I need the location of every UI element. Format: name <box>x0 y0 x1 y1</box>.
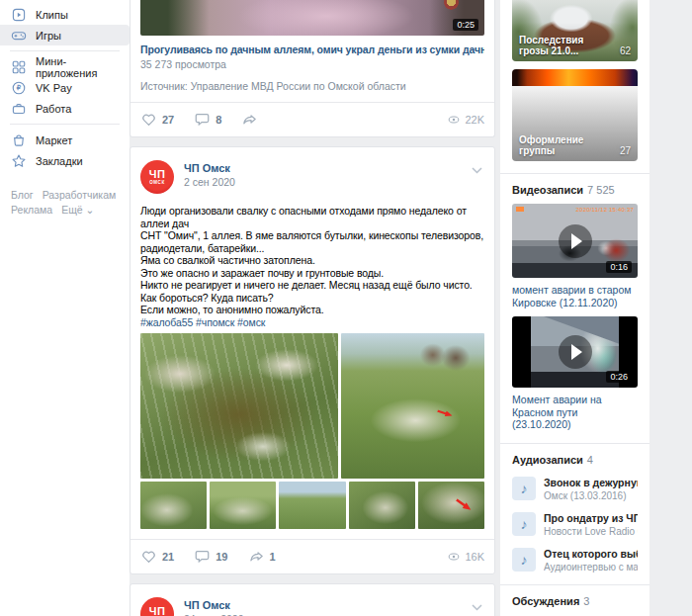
sidebar-item-clips[interactable]: Клипы <box>0 4 130 25</box>
ads-link[interactable]: Реклама <box>11 204 52 216</box>
post-bottom-cut: ЧП ОМСК ЧП Омск 24 июл 2020 Около 140 да… <box>130 583 495 616</box>
sidebar-item-bookmarks[interactable]: Закладки <box>0 150 130 171</box>
vkpay-icon: ₽ <box>11 80 27 96</box>
more-link[interactable]: Ещё ⌄ <box>61 204 94 216</box>
post-date-link[interactable]: 2 сен 2020 <box>184 176 484 188</box>
audio-subtitle: Новости Love Radio Ом... <box>544 526 638 537</box>
share-button[interactable]: 1 <box>248 548 276 565</box>
clips-icon <box>11 7 27 23</box>
sidebar-item-market[interactable]: Маркет <box>0 130 130 150</box>
divider <box>10 50 120 51</box>
star-icon <box>11 153 27 169</box>
video-thumbnail-krasny-put[interactable]: 0:26 <box>512 316 638 388</box>
audio-title: Отец которого выброс... <box>544 548 638 560</box>
developers-link[interactable]: Разработчикам <box>43 189 117 201</box>
video-views-count: 35 273 просмотра <box>140 58 484 70</box>
audio-item[interactable]: ♪ Про ондатру из ЧП Ом... Новости Love R… <box>512 512 638 537</box>
post-theft-video: 0:25 Прогуливаясь по дачным аллеям, омич… <box>130 0 495 137</box>
audio-title: Про ондатру из ЧП Ом... <box>544 512 638 524</box>
post-photo-thumb[interactable] <box>210 482 276 529</box>
share-arrow-icon <box>241 111 258 128</box>
blog-link[interactable]: Блог <box>11 189 34 201</box>
like-button[interactable]: 27 <box>140 111 174 128</box>
discussions-section: Обсуждения3 История о спасении обстрелен… <box>500 584 649 616</box>
post-header: ЧП ОМСК ЧП Омск 24 июл 2020 <box>130 584 494 616</box>
hashtag-link[interactable]: #жалоба55 <box>140 316 193 328</box>
eye-icon <box>447 113 461 127</box>
post-photo-field[interactable] <box>341 333 484 479</box>
shopping-bag-icon <box>11 132 27 148</box>
sidebar-item-games[interactable]: Игры <box>0 25 130 45</box>
chevron-down-icon <box>472 167 482 174</box>
share-arrow-icon <box>248 548 265 565</box>
music-note-icon: ♪ <box>512 477 536 500</box>
music-note-icon: ♪ <box>512 548 536 572</box>
post-photo-pond[interactable] <box>140 333 338 479</box>
play-button-icon <box>559 335 592 369</box>
red-arrow-annotation <box>437 408 454 419</box>
post-photo-thumb[interactable] <box>349 482 415 529</box>
eye-icon <box>447 550 461 564</box>
post-action-bar: 21 19 1 16K <box>130 539 494 573</box>
comment-button[interactable]: 8 <box>194 111 221 128</box>
photo-grid <box>140 333 484 529</box>
hashtag-link[interactable]: #чпомск <box>196 316 234 328</box>
post-photo-thumb[interactable] <box>140 482 207 529</box>
sidebar-item-miniapps[interactable]: Мини-приложения <box>0 56 130 77</box>
audio-item[interactable]: ♪ Отец которого выброс... Аудиоинтервью … <box>512 548 638 572</box>
post-dump-complaint: ЧП ОМСК ЧП Омск 2 сен 2020 Люди организо… <box>130 146 495 574</box>
post-action-bar: 27 8 22K <box>130 102 494 136</box>
audio-subtitle: Омск (13.03.2016) <box>544 490 638 501</box>
post-photo-thumb[interactable] <box>418 482 484 529</box>
gamepad-icon <box>11 28 27 44</box>
album-title: Оформление группы <box>519 134 614 156</box>
play-button-icon <box>559 224 592 258</box>
sidebar-item-jobs[interactable]: Работа <box>0 98 130 119</box>
videos-section: Видеозаписи7 525 2020/11/12 15:40:37 0:1… <box>500 173 649 443</box>
post-menu-button[interactable] <box>472 167 482 174</box>
videos-header-link[interactable]: Видеозаписи7 525 <box>512 184 638 196</box>
group-name-link[interactable]: ЧП Омск <box>184 597 484 611</box>
discussions-header-link[interactable]: Обсуждения3 <box>512 595 638 607</box>
group-name-link[interactable]: ЧП Омск <box>184 160 484 174</box>
sidebar-item-vkpay[interactable]: ₽ VK Pay <box>0 77 130 98</box>
post-menu-button[interactable] <box>472 604 482 611</box>
like-button[interactable]: 21 <box>140 548 174 565</box>
sidebar-item-label: Закладки <box>36 155 83 167</box>
group-avatar[interactable]: ЧП ОМСК <box>140 597 174 616</box>
album-group-design[interactable]: Оформление группы 27 <box>512 69 638 161</box>
audio-item[interactable]: ♪ Звонок в дежурную ча... Омск (13.03.20… <box>512 477 638 501</box>
post-text: Люди организовали свалку с опасными отхо… <box>140 205 486 316</box>
sidebar-item-label: Работа <box>36 103 71 115</box>
news-feed: 0:25 Прогуливаясь по дачным аллеям, омич… <box>130 0 495 616</box>
video-title-link[interactable]: Прогуливаясь по дачным аллеям, омич укра… <box>140 44 484 55</box>
sidebar-item-label: VK Pay <box>36 82 72 94</box>
sidebar-item-label: Клипы <box>36 9 68 21</box>
red-arrow-annotation <box>455 497 474 513</box>
post-source-line: Источник: Управление МВД России по Омско… <box>140 80 484 92</box>
audio-subtitle: Аудиоинтервью с мате... <box>544 562 638 572</box>
album-storm-aftermath[interactable]: Последствия грозы 21.0... 62 <box>512 0 638 61</box>
police-emblem-watermark <box>444 0 459 10</box>
chevron-down-icon <box>472 604 482 611</box>
comment-button[interactable]: 19 <box>194 548 227 565</box>
audios-header-link[interactable]: Аудиозаписи4 <box>512 454 638 466</box>
divider <box>10 124 120 125</box>
audios-section: Аудиозаписи4 ♪ Звонок в дежурную ча... О… <box>500 443 649 584</box>
album-count: 27 <box>620 145 631 156</box>
sidebar-item-label: Маркет <box>36 134 72 146</box>
video-thumbnail-kirovsk[interactable]: 2020/11/12 15:40:37 0:16 <box>512 204 638 278</box>
post-views: 16K <box>447 550 484 564</box>
album-count: 62 <box>620 45 631 56</box>
share-button[interactable] <box>241 111 258 128</box>
group-avatar[interactable]: ЧП ОМСК <box>140 160 174 194</box>
hashtag-link[interactable]: #омск <box>237 316 265 328</box>
dashcam-logo-mark <box>516 207 524 212</box>
photo-albums-section: Последствия грозы 21.0... 62 Оформление … <box>500 0 649 173</box>
video-caption-link[interactable]: момент аварии в старом Кировске (12.11.2… <box>512 284 638 308</box>
video-caption-link[interactable]: Момент аварии на Красном пути (23.10.202… <box>512 394 638 431</box>
source-link[interactable]: Управление МВД России по Омской области <box>191 80 406 92</box>
post-photo-thumb[interactable] <box>279 482 345 529</box>
video-thumbnail[interactable]: 0:25 <box>140 0 484 36</box>
chevron-down-icon: ⌄ <box>86 203 95 218</box>
